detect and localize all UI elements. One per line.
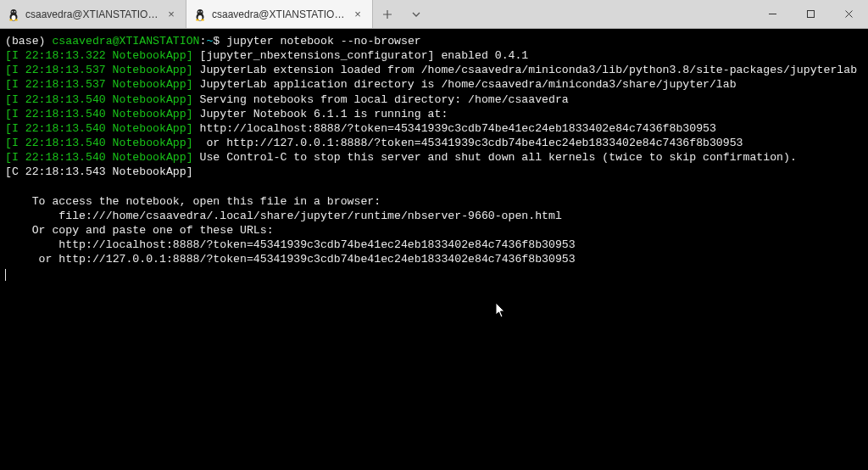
tail-line: To access the notebook, open this file i…: [5, 195, 381, 208]
prompt-userhost: csaavedra@XTIANSTATION: [52, 35, 199, 48]
svg-rect-18: [808, 11, 815, 18]
log-msg: Jupyter Notebook 6.1.1 is running at:: [193, 108, 448, 120]
terminal-output[interactable]: (base) csaavedra@XTIANSTATION:~$ jupyter…: [0, 29, 868, 470]
log-prefix: [I 22:18:13.322 NotebookApp]: [5, 49, 193, 62]
log-prefix: [I 22:18:13.540 NotebookApp]: [5, 93, 193, 106]
log-msg: Use Control-C to stop this server and sh…: [193, 151, 797, 164]
log-msg: Serving notebooks from local directory: …: [193, 93, 569, 106]
svg-point-17: [201, 19, 204, 20]
mouse-cursor-icon: [495, 302, 507, 319]
log-prefix: [I 22:18:13.540 NotebookApp]: [5, 108, 193, 120]
log-msg: http://localhost:8888/?token=45341939c3c…: [193, 122, 716, 135]
log-msg: JupyterLab extension loaded from /home/c…: [193, 64, 857, 76]
prompt-sigil: $: [213, 35, 220, 48]
tail-line: http://localhost:8888/?token=45341939c3c…: [5, 238, 576, 251]
log-prefix: [I 22:18:13.537 NotebookApp]: [5, 64, 193, 76]
svg-point-10: [198, 9, 203, 15]
svg-point-5: [12, 11, 13, 12]
tail-line: Or copy and paste one of these URLs:: [5, 224, 274, 237]
tab-strip: csaavedra@XTIANSTATION: /mr × csaavedra@…: [0, 0, 754, 28]
log-prefix: [C 22:18:13.543 NotebookApp]: [5, 165, 193, 178]
prompt-base: (base): [5, 35, 45, 48]
prompt-command: jupyter notebook --no-browser: [226, 35, 421, 48]
svg-point-8: [14, 19, 18, 20]
tab-1[interactable]: csaavedra@XTIANSTATION: ~ ×: [186, 0, 373, 28]
tab-1-close-icon[interactable]: ×: [352, 8, 364, 20]
tab-0[interactable]: csaavedra@XTIANSTATION: /mr ×: [0, 0, 186, 28]
tab-dropdown-button[interactable]: [402, 0, 431, 28]
tab-0-close-icon[interactable]: ×: [165, 8, 177, 20]
svg-point-7: [9, 19, 13, 20]
log-msg: [jupyter_nbextensions_configurator] enab…: [193, 49, 529, 62]
close-button[interactable]: [830, 0, 868, 29]
svg-point-16: [196, 19, 199, 20]
svg-point-14: [198, 11, 199, 12]
window-controls: [754, 0, 868, 28]
log-prefix: [I 22:18:13.540 NotebookApp]: [5, 137, 193, 149]
tail-line: file:///home/csaavedra/.local/share/jupy…: [5, 210, 562, 222]
log-msg: or http://127.0.0.1:8888/?token=45341939…: [193, 137, 743, 149]
terminal-cursor: [5, 269, 6, 281]
maximize-button[interactable]: [792, 0, 830, 29]
window-titlebar: csaavedra@XTIANSTATION: /mr × csaavedra@…: [0, 0, 868, 29]
svg-point-15: [201, 11, 202, 12]
svg-point-6: [14, 11, 15, 12]
tab-1-title: csaavedra@XTIANSTATION: ~: [212, 8, 347, 20]
log-prefix: [I 22:18:13.537 NotebookApp]: [5, 78, 193, 91]
log-prefix: [I 22:18:13.540 NotebookApp]: [5, 151, 193, 164]
tux-icon: [193, 8, 207, 21]
tux-icon: [7, 8, 20, 21]
tab-0-title: csaavedra@XTIANSTATION: /mr: [25, 8, 160, 20]
new-tab-button[interactable]: [373, 0, 402, 28]
log-msg: JupyterLab application directory is /hom…: [193, 78, 737, 91]
minimize-button[interactable]: [754, 0, 792, 29]
log-prefix: [I 22:18:13.540 NotebookApp]: [5, 122, 193, 135]
svg-point-1: [11, 9, 17, 15]
tail-line: or http://127.0.0.1:8888/?token=45341939…: [5, 253, 576, 266]
